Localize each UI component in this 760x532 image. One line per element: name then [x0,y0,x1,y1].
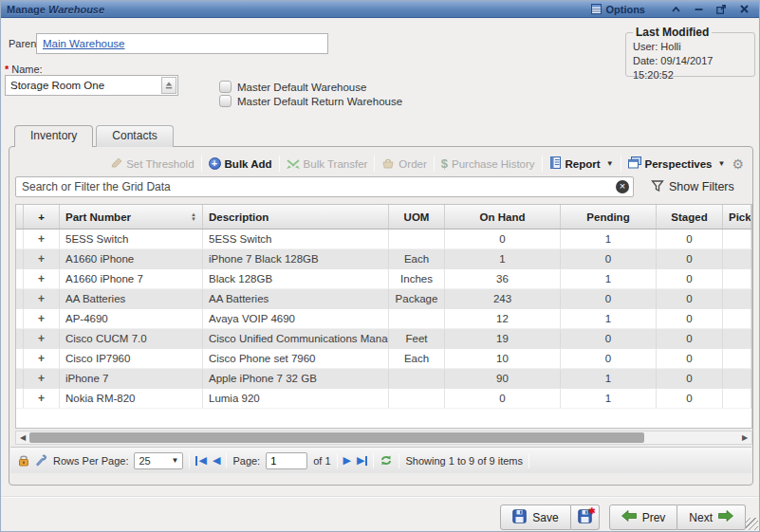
gear-icon[interactable]: ⚙ [732,157,744,171]
minimize-icon[interactable] [693,4,704,15]
cell-uom [389,309,445,328]
row-expander-icon[interactable]: + [24,309,60,328]
cell-description: Black 128GB [203,269,389,288]
basket-icon [381,157,395,171]
row-expander-icon[interactable]: + [24,229,60,248]
horizontal-scrollbar[interactable]: ◀ ▶ [15,431,752,445]
name-input[interactable] [6,80,161,91]
row-expander-icon[interactable]: + [24,329,60,348]
green-right-arrow-icon [718,510,733,524]
order-button[interactable]: Order [381,157,426,171]
cell-uom [389,229,445,248]
refresh-icon[interactable] [380,454,393,467]
table-row[interactable]: +5ESS Switch5ESS Switch010 [16,229,751,249]
cell-on-hand: 19 [445,329,561,348]
report-menu-button[interactable]: Report ▼ [549,156,614,171]
page-number-input[interactable] [266,452,307,469]
tab-inventory[interactable]: Inventory [14,125,93,147]
cell-pending: 1 [561,369,657,388]
prev-page-icon[interactable]: ◀ [213,454,220,467]
perspectives-menu-button[interactable]: Perspectives ▼ [628,156,726,171]
wrench-icon[interactable] [35,454,47,467]
first-page-icon[interactable]: ◀ [195,454,206,467]
cell-part-number: Cisco IP7960 [60,349,203,368]
funnel-icon [651,179,664,195]
scrollbar-track[interactable] [29,431,738,444]
cell-pending: 1 [561,229,657,248]
row-expander-icon[interactable]: + [24,369,60,388]
resize-grip[interactable] [746,518,758,530]
column-header-uom[interactable]: UOM [389,205,445,229]
collapse-icon[interactable] [670,4,681,15]
next-button[interactable]: Next [677,504,746,530]
column-header-picked-up[interactable]: Picked Up [723,205,751,229]
master-default-warehouse-checkbox[interactable] [219,81,232,93]
column-header-part-number[interactable]: Part Number ▲▼ [60,205,203,229]
cell-on-hand: 0 [445,229,561,248]
report-icon [549,156,562,171]
master-default-return-warehouse-row: Master Default Return Warehouse [219,95,402,107]
row-gutter [16,309,24,328]
set-threshold-button[interactable]: Set Threshold [110,156,194,171]
row-expander-icon[interactable]: + [24,249,60,268]
last-modified-user: User: Holli [633,40,748,54]
table-row[interactable]: +A1660 iPhoneiPhone 7 Black 128GBEach100 [16,249,751,269]
bulk-transfer-button[interactable]: Bulk Transfer [287,157,368,171]
table-row[interactable]: +Cisco IP7960Cisco Phone set 7960Each100… [16,349,751,369]
tab-contacts[interactable]: Contacts [96,125,173,147]
grid-filter-row: × Show Filters [15,176,747,197]
table-row[interactable]: +iPhone 7Apple iPhone 7 32 GB9010 [16,369,751,389]
last-page-icon[interactable]: ▶ [357,454,367,467]
parent-warehouse-link[interactable]: Main Warehouse [43,38,125,49]
cell-description: Cisco Phone set 7960 [203,349,389,368]
pencil-icon [110,156,122,171]
column-header-pending[interactable]: Pending [561,205,657,229]
title-bar: Manage Warehouse Options [1,1,759,18]
scroll-left-icon[interactable]: ◀ [16,433,29,442]
popout-icon[interactable] [715,4,727,15]
page-label: Page: [232,455,260,467]
save-button-group: Save ✱ [500,504,599,530]
row-expander-icon[interactable]: + [24,269,60,288]
transfer-arrows-icon [287,157,300,171]
name-picker-icon[interactable] [161,77,176,94]
table-row[interactable]: +A1660 iPhone 7Black 128GBInches3610 [16,269,751,289]
column-header-on-hand[interactable]: On Hand [445,205,561,229]
save-and-close-button[interactable]: ✱ [571,504,600,530]
row-expander-icon[interactable]: + [24,289,60,308]
cell-part-number: AA Batteries [60,289,203,308]
chevron-down-icon: ▼ [172,456,179,465]
table-row[interactable]: +Cisco CUCM 7.0Cisco Unified Communicati… [16,329,751,349]
save-button[interactable]: Save [500,504,570,530]
row-expander-icon[interactable]: + [24,349,60,368]
cell-staged: 0 [657,309,723,328]
lock-icon[interactable] [18,454,29,467]
purchase-history-button[interactable]: $ Purchase History [441,157,535,170]
master-default-return-warehouse-checkbox[interactable] [219,95,232,107]
column-header-description[interactable]: Description [203,205,389,229]
column-header-staged[interactable]: Staged [657,205,723,229]
search-input[interactable] [22,180,616,193]
table-row[interactable]: +AA BatteriesAA BatteriesPackage24300 [16,289,751,309]
clear-search-icon[interactable]: × [616,180,629,193]
table-row[interactable]: +AP-4690Avaya VOIP 46901210 [16,309,751,329]
row-expander-icon[interactable]: + [24,389,60,408]
scroll-right-icon[interactable]: ▶ [738,433,751,442]
next-page-icon[interactable]: ▶ [343,454,351,467]
close-icon[interactable] [738,4,750,15]
rows-per-page-select[interactable]: 25▼ [134,452,183,469]
save-floppy-icon [512,509,527,526]
bulk-add-button[interactable]: + Bulk Add [209,157,272,170]
cell-picked-up [723,249,751,268]
cell-on-hand: 1 [445,249,561,268]
perspectives-icon [628,156,641,171]
cell-description: AA Batteries [203,289,389,308]
sort-icon[interactable]: ▲▼ [185,212,196,222]
options-menu-button[interactable]: Options [591,4,645,15]
prev-button[interactable]: Prev [609,504,678,530]
row-gutter [16,289,24,308]
window-title: Manage Warehouse [7,4,104,15]
scrollbar-thumb[interactable] [29,432,644,443]
show-filters-button[interactable]: Show Filters [651,179,734,195]
table-row[interactable]: +Nokia RM-820Lumia 920010 [16,389,751,409]
